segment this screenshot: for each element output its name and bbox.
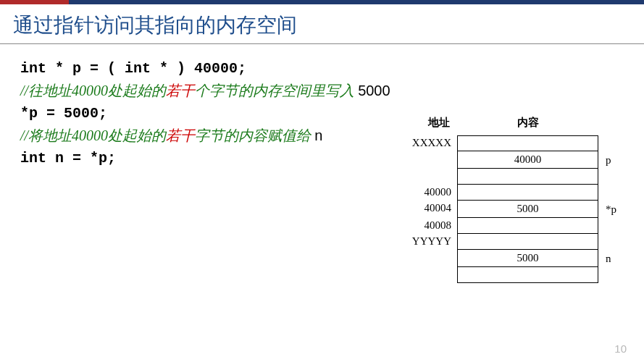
comment-highlight: 若干 <box>166 127 195 143</box>
memory-cell <box>457 185 598 201</box>
diagram-row: 400045000*p <box>396 201 631 218</box>
address-label <box>396 151 457 169</box>
comment-text: //往地址40000处起始的 <box>20 83 166 98</box>
address-label: 40008 <box>396 218 457 234</box>
address-label: YYYYY <box>396 234 457 250</box>
memory-cell: 5000 <box>457 250 598 267</box>
title-divider <box>0 43 644 44</box>
memory-cell: 40000 <box>457 151 598 169</box>
diagram-row: 40000p <box>396 151 631 169</box>
comment-text: 字节的内容赋值给 <box>195 127 314 143</box>
memory-cell <box>457 218 598 234</box>
memory-cell <box>457 169 598 185</box>
diagram-row <box>396 169 631 185</box>
memory-cell <box>457 135 598 151</box>
diagram-row: XXXXX <box>396 135 631 151</box>
memory-cell <box>457 267 598 283</box>
memory-cell: 5000 <box>457 201 598 218</box>
memory-diagram: 地址 内容 XXXXX40000p40000400045000*p40008YY… <box>396 116 631 283</box>
comment-highlight: 若干 <box>166 83 195 98</box>
diagram-row: YYYYY <box>396 234 631 250</box>
address-label: 40004 <box>396 201 457 218</box>
comment-text: 个字节的内存空间里写入 <box>195 83 358 98</box>
address-label: XXXXX <box>396 135 457 151</box>
pointer-label <box>598 218 627 234</box>
header-address: 地址 <box>396 116 457 130</box>
code-comment-1: //往地址40000处起始的若干个字节的内存空间里写入 5000 <box>20 80 624 102</box>
diagram-row <box>396 267 631 283</box>
pointer-label: *p <box>598 201 627 218</box>
pointer-label <box>598 267 627 283</box>
diagram-row: 5000n <box>396 250 631 267</box>
header-content: 内容 <box>457 116 598 130</box>
diagram-row: 40008 <box>396 218 631 234</box>
pointer-label: n <box>598 250 627 267</box>
address-label: 40000 <box>396 185 457 201</box>
slide-accent-bar <box>0 0 644 4</box>
slide-title: 通过指针访问其指向的内存空间 <box>0 4 644 43</box>
page-number: 10 <box>614 342 627 355</box>
address-label <box>396 267 457 283</box>
address-label <box>396 169 457 185</box>
code-line-1: int * p = ( int * ) 40000; <box>20 57 624 80</box>
comment-text: //将地址40000处起始的 <box>20 127 166 143</box>
comment-var: n <box>314 127 322 143</box>
pointer-label <box>598 234 627 250</box>
pointer-label: p <box>598 151 627 169</box>
pointer-label <box>598 185 627 201</box>
pointer-label <box>598 169 627 185</box>
pointer-label <box>598 135 627 151</box>
diagram-row: 40000 <box>396 185 631 201</box>
comment-number: 5000 <box>358 83 390 98</box>
memory-cell <box>457 234 598 250</box>
diagram-headers: 地址 内容 <box>396 116 631 130</box>
address-label <box>396 250 457 267</box>
